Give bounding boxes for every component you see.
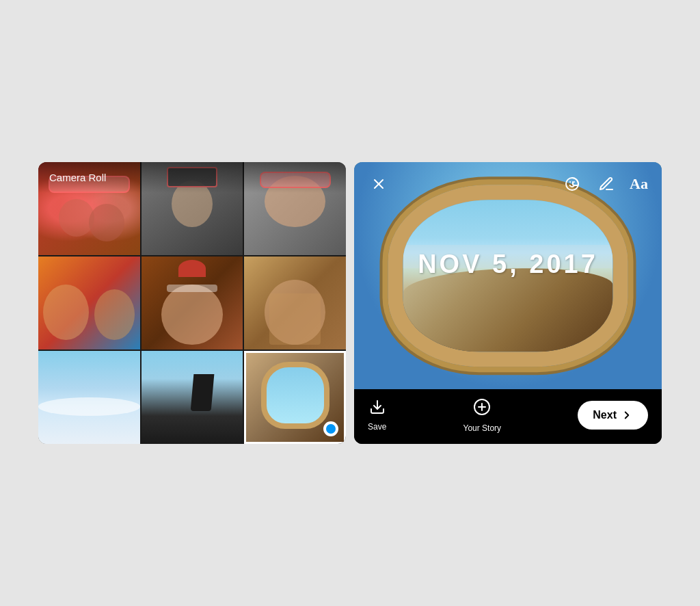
sticker-button[interactable] xyxy=(561,173,583,195)
photo-grid xyxy=(38,162,346,444)
your-story-label: Your Story xyxy=(463,423,502,433)
land-mass xyxy=(403,268,613,352)
date-overlay: NOV 5, 2017 xyxy=(418,250,598,279)
date-text: NOV 5, 2017 xyxy=(418,250,598,278)
save-label: Save xyxy=(368,422,386,432)
text-button[interactable]: Aa xyxy=(630,175,648,193)
photo-cell-8[interactable] xyxy=(142,351,243,444)
next-label: Next xyxy=(593,409,617,421)
chevron-right-icon xyxy=(621,409,633,421)
toolbar-right-actions: Aa xyxy=(561,173,648,195)
text-label: Aa xyxy=(630,175,648,192)
save-button[interactable]: Save xyxy=(368,399,386,432)
draw-icon xyxy=(598,176,615,192)
camera-roll-title: Camera Roll xyxy=(49,172,106,183)
close-icon xyxy=(371,176,387,192)
photo-cell-6[interactable] xyxy=(244,256,346,350)
download-icon xyxy=(369,399,386,415)
camera-roll-header: Camera Roll xyxy=(38,162,346,193)
draw-button[interactable] xyxy=(595,173,617,195)
story-bottom-bar: Save Your Story Next xyxy=(354,389,662,444)
your-story-icon xyxy=(472,397,492,421)
story-toolbar: Aa xyxy=(354,162,662,206)
your-story-button[interactable]: Your Story xyxy=(463,397,502,433)
photo-cell-5[interactable] xyxy=(142,256,243,350)
close-button[interactable] xyxy=(368,173,390,195)
story-preview: NOV 5, 2017 xyxy=(354,162,662,389)
photo-cell-4[interactable] xyxy=(38,256,140,350)
camera-roll-panel: Camera Roll xyxy=(38,162,346,444)
story-editor-panel: NOV 5, 2017 xyxy=(354,162,662,444)
sticker-icon xyxy=(564,176,580,192)
selected-indicator xyxy=(323,421,338,436)
photo-cell-7[interactable] xyxy=(38,351,140,444)
app-container: Camera Roll xyxy=(25,148,675,458)
add-circle-icon xyxy=(472,397,492,417)
save-icon xyxy=(369,399,386,419)
photo-cell-9[interactable] xyxy=(244,351,346,444)
next-button[interactable]: Next xyxy=(578,401,648,430)
